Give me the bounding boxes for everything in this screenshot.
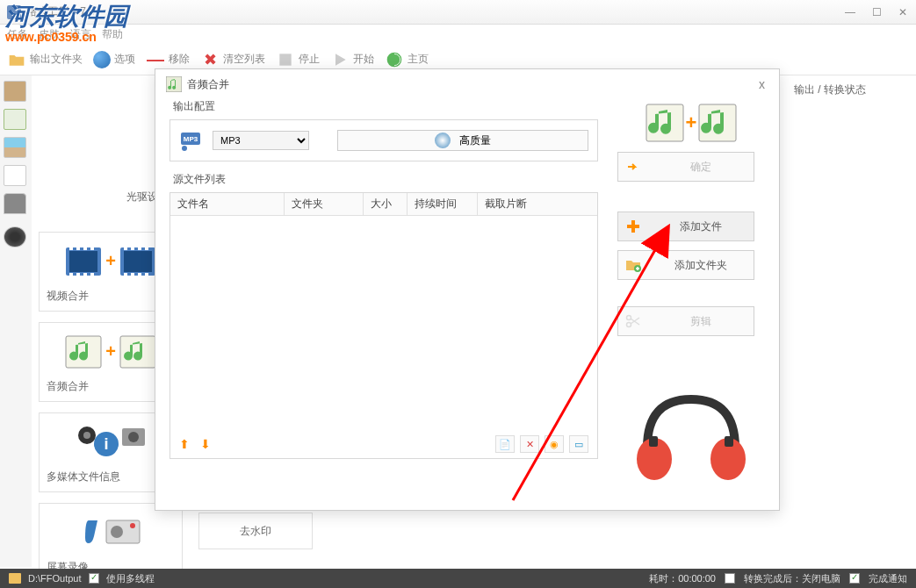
table-body-empty <box>170 216 597 430</box>
svg-rect-22 <box>145 273 148 276</box>
category-sidebar: 光驱设 <box>0 75 32 567</box>
menu-language[interactable]: 语言 <box>70 27 91 42</box>
svg-text:+: + <box>105 251 116 270</box>
output-status-header: 输出 / 转换状态 <box>794 82 866 97</box>
svg-text:+: + <box>105 341 116 361</box>
ok-button[interactable]: 确定 <box>617 152 754 182</box>
home-button[interactable]: 主页 <box>385 50 429 69</box>
format-select[interactable]: MP3 <box>213 131 309 150</box>
footer-delete-icon[interactable]: ✕ <box>520 435 539 453</box>
svg-point-34 <box>130 523 135 528</box>
dialog-right-actions: + 确定 添加文件 添加文件夹 <box>617 103 765 345</box>
headphones-illustration <box>630 382 753 487</box>
sidebar-picture-icon[interactable] <box>4 137 26 158</box>
dialog-title: 音频合并 <box>187 77 755 92</box>
output-folder-label: 输出文件夹 <box>30 52 83 67</box>
clear-list-button[interactable]: ✖ 清空列表 <box>200 50 265 69</box>
home-label: 主页 <box>408 52 429 67</box>
svg-rect-18 <box>145 247 148 250</box>
sidebar-toolbox-icon[interactable] <box>4 226 26 247</box>
sidebar-video-icon[interactable] <box>4 81 26 102</box>
screen-record-icon <box>47 511 175 555</box>
svg-point-1 <box>387 52 402 67</box>
notify-label: 完成通知 <box>869 572 907 585</box>
dialog-titlebar: 音频合并 x <box>155 69 779 99</box>
svg-rect-7 <box>90 247 94 250</box>
mp3-format-icon: MP3 <box>179 129 202 152</box>
remove-button[interactable]: — 移除 <box>146 50 190 69</box>
svg-rect-9 <box>76 273 80 276</box>
clear-list-label: 清空列表 <box>223 52 265 67</box>
footer-disc-icon[interactable]: ◉ <box>545 435 564 453</box>
svg-point-27 <box>83 432 90 439</box>
x-icon: ✖ <box>200 50 220 69</box>
notify-checkbox[interactable] <box>849 573 860 584</box>
svg-text:i: i <box>104 435 108 453</box>
svg-rect-0 <box>279 54 291 65</box>
svg-rect-11 <box>90 273 94 276</box>
add-file-button[interactable]: 添加文件 <box>617 212 754 241</box>
col-filename[interactable]: 文件名 <box>170 193 285 215</box>
stop-label: 停止 <box>299 52 320 67</box>
multithread-checkbox[interactable] <box>89 573 99 584</box>
svg-rect-17 <box>138 247 141 250</box>
clip-button[interactable]: 剪辑 <box>617 306 754 336</box>
quality-button[interactable]: 高质量 <box>337 130 588 151</box>
footer-info-icon[interactable]: ▭ <box>569 435 588 453</box>
folder-plus-icon <box>618 256 648 274</box>
svg-rect-6 <box>83 247 87 250</box>
statusbar-folder-icon[interactable] <box>9 573 21 584</box>
remove-watermark-card[interactable]: 去水印 <box>198 513 313 549</box>
close-button[interactable]: ✕ <box>897 6 909 18</box>
move-up-button[interactable]: ⬆ <box>179 437 190 451</box>
output-folder-button[interactable]: 输出文件夹 <box>7 50 83 69</box>
svg-rect-16 <box>131 247 134 250</box>
quality-label: 高质量 <box>459 133 491 148</box>
scissors-icon <box>618 312 648 330</box>
footer-doc-icon[interactable]: 📄 <box>495 435 515 453</box>
output-status-panel: 输出 / 转换状态 <box>783 75 876 110</box>
dialog-title-icon <box>166 76 182 92</box>
svg-rect-15 <box>124 247 127 250</box>
minimize-button[interactable]: — <box>844 6 856 18</box>
shutdown-checkbox[interactable] <box>725 573 735 584</box>
source-list-label: 源文件列表 <box>169 172 598 187</box>
plus-icon <box>618 218 648 235</box>
options-button[interactable]: 选项 <box>93 51 135 68</box>
sidebar-audio-icon[interactable] <box>4 109 26 130</box>
col-size[interactable]: 大小 <box>364 193 408 215</box>
home-globe-icon <box>385 50 404 69</box>
move-down-button[interactable]: ⬇ <box>200 437 211 451</box>
audio-merge-dialog: 音频合并 x 输出配置 MP3 MP3 高质量 源文件列表 <box>155 68 780 511</box>
add-folder-button[interactable]: 添加文件夹 <box>617 250 754 280</box>
svg-rect-48 <box>725 436 733 447</box>
window-title: 格式工厂 4.7.0 <box>26 4 844 19</box>
output-path[interactable]: D:\FFOutput <box>28 573 82 584</box>
dialog-close-button[interactable]: x <box>755 77 768 91</box>
svg-text:+: + <box>686 111 697 133</box>
remove-label: 移除 <box>169 52 190 67</box>
svg-rect-19 <box>124 273 127 276</box>
multithread-label: 使用多线程 <box>106 572 155 585</box>
svg-rect-10 <box>83 273 87 276</box>
svg-rect-5 <box>76 247 80 250</box>
stop-button[interactable]: 停止 <box>276 50 320 69</box>
sidebar-document-icon[interactable] <box>4 165 26 186</box>
globe-icon <box>93 51 111 68</box>
disc-panel-label: 光驱设 <box>88 186 158 204</box>
svg-rect-35 <box>166 76 182 92</box>
sidebar-disc-icon[interactable] <box>4 193 26 214</box>
menu-skin[interactable]: 皮肤 <box>39 27 60 42</box>
start-button[interactable]: 开始 <box>330 50 374 69</box>
svg-rect-4 <box>69 247 73 250</box>
maximize-button[interactable]: ☐ <box>870 6 883 18</box>
col-folder[interactable]: 文件夹 <box>285 193 364 215</box>
svg-point-31 <box>128 432 139 442</box>
menu-task[interactable]: 任务 <box>7 27 28 42</box>
output-config-box: MP3 MP3 高质量 <box>169 119 598 161</box>
svg-rect-14 <box>124 251 152 272</box>
svg-rect-21 <box>138 273 141 276</box>
col-duration[interactable]: 持续时间 <box>408 193 478 215</box>
menu-help[interactable]: 帮助 <box>102 27 123 42</box>
col-clip[interactable]: 截取片断 <box>478 193 597 215</box>
